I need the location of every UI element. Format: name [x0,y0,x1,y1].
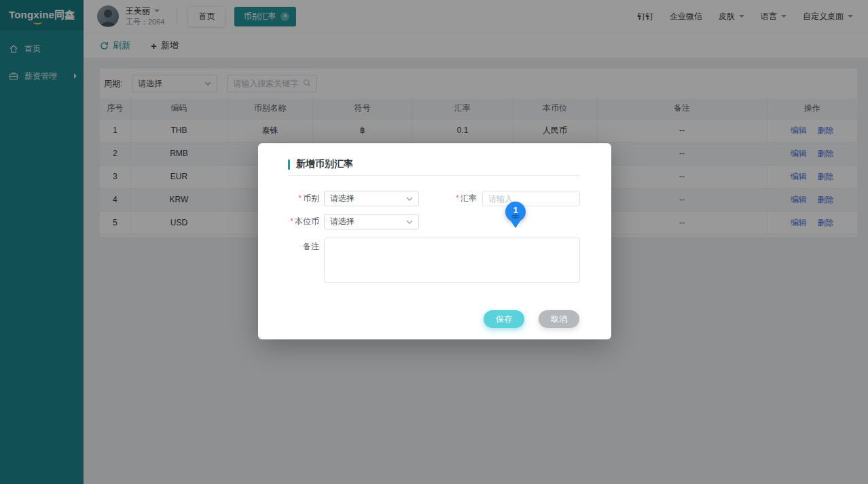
title-accent-bar [288,160,290,170]
marker-tail [505,222,526,228]
field-label-text: 币别 [303,193,319,203]
base-currency-select[interactable]: 请选择 [324,214,419,229]
field-label-text: 汇率 [460,193,477,203]
cancel-button[interactable]: 取消 [539,310,579,328]
base-currency-select-value: 请选择 [330,216,355,227]
required-mark: * [290,217,293,226]
field-label-text: 本位币 [295,217,319,226]
rate-input[interactable] [482,191,580,206]
marker-number: 1 [513,206,518,215]
divider [288,175,580,176]
link-icon [511,215,520,219]
remark-textarea[interactable] [324,238,580,283]
remark-field-label: 备注 [258,239,319,255]
currency-select-value: 请选择 [330,193,355,204]
chevron-down-icon [406,197,413,201]
field-label-text: 备注 [303,242,319,251]
modal-title: 新增币别汇率 [288,158,353,170]
base-currency-field-label: *本位币 [258,214,319,229]
chevron-down-icon [406,220,413,224]
required-mark: * [298,193,302,203]
add-currency-rate-modal: 新增币别汇率 *币别 请选择 *汇率 *本位币 请选择 备注 保存 取消 [258,143,611,339]
currency-select[interactable]: 请选择 [324,191,419,206]
modal-title-text: 新增币别汇率 [296,158,353,170]
rate-field-label: *汇率 [416,191,477,206]
required-mark: * [456,193,459,203]
annotation-marker-1: 1 [505,202,526,228]
marker-balloon: 1 [505,202,526,222]
save-button[interactable]: 保存 [484,310,524,328]
currency-field-label: *币别 [258,191,319,206]
